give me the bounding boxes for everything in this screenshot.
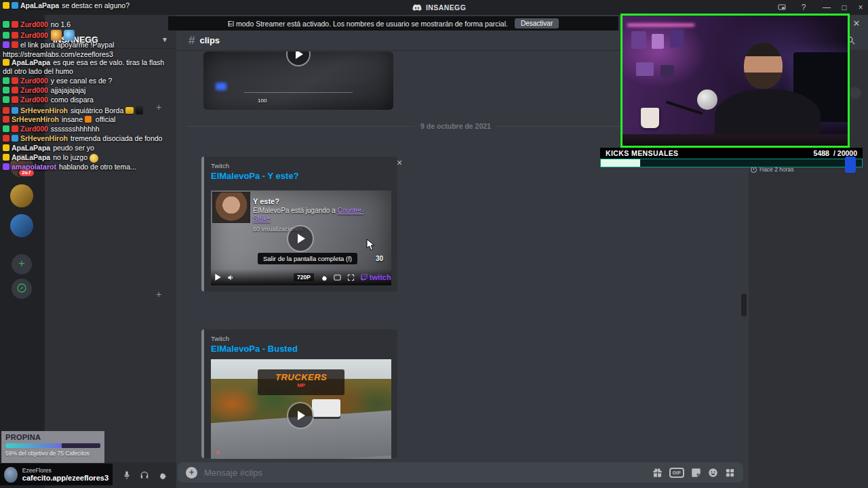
streamer-face [744,43,782,88]
game-logo: TRUCKERS MP [258,369,344,395]
play-button[interactable] [287,225,314,252]
embed-provider: Twitch [211,335,397,342]
clip-subtitle: ElMalevoPa está jugando a Counter-Strike [253,207,365,223]
streamer-mode-banner: El modo Streamer está activado. Los nomb… [168,16,618,30]
kicks-goal-label: KICKS MENSUALES [606,149,679,157]
volume-icon[interactable] [227,274,235,281]
window-title: INSANEGG [426,3,466,12]
deactivate-streamer-mode-button[interactable]: Desactivar [515,18,559,28]
play-button[interactable] [287,402,314,429]
kicks-goal-header: KICKS MENSUALES 5488 / 20000 [600,148,863,159]
kicks-goal-progressbar [600,159,863,167]
avatar [4,467,18,483]
gif-picker-icon[interactable]: GIF [669,468,685,478]
add-channel-button[interactable]: + [156,289,161,300]
gift-icon[interactable] [652,468,663,478]
clip-thumbnail[interactable]: TRUCKERS MP ✕ [211,359,391,459]
play-button[interactable] [286,52,311,66]
thumbnail-close-icon[interactable]: ✕ [215,449,220,456]
shelf-figure [670,30,684,47]
titlebar: INSANEGG ? — □ × [0,0,868,15]
video-detail [216,83,226,90]
led-strip [627,24,695,26]
shelf-figure [660,65,674,77]
add-server-button[interactable]: + [12,254,32,274]
play-icon[interactable] [215,274,221,281]
date-divider-label: 9 de octubre de 2021 [415,122,496,130]
mug [641,108,659,128]
quality-selector[interactable]: 720P [294,273,314,281]
mouse-cursor [366,239,376,251]
minimize-button[interactable]: — [818,0,835,15]
apps-icon[interactable] [725,468,735,478]
cafecito-url: cafecito.app/ezeeflores3 [22,474,108,482]
embed-provider: Twitch [211,162,397,169]
clip-thumbnail [212,192,250,223]
embed-title[interactable]: ElMalevoPa - Y este? [211,171,397,181]
explore-servers-button[interactable] [12,279,32,299]
tip-goal-progressbar [5,443,100,448]
server-icon[interactable] [10,184,33,207]
headphones-icon[interactable] [140,470,149,480]
kicks-goal-value: 5488 [814,149,829,157]
server-icon[interactable] [10,95,33,118]
twitch-embed: Twitch ElMalevoPa - Busted TRUCKERS MP ✕ [201,329,397,458]
discord-app-window: INSANEGG ? — □ × El modo Streamer está a… [0,0,868,488]
twitch-player[interactable]: Y este? ElMalevoPa está jugando a Counte… [211,190,391,285]
shelf-figure [636,62,654,76]
fullscreen-icon[interactable] [347,274,355,281]
user-settings-gear-icon[interactable] [157,470,167,480]
embed-title[interactable]: ElMalevoPa - Busted [211,344,397,354]
webcam-overlay [620,14,850,148]
message-input[interactable]: Mensaje #clips [204,468,646,478]
theater-mode-icon[interactable] [334,274,341,281]
cafecito-banner: EzeeFlores cafecito.app/ezeeflores3 [0,464,113,485]
video-detail [244,92,353,93]
popout-icon[interactable] [773,0,791,15]
maximize-button[interactable]: □ [835,0,853,15]
remove-embed-icon[interactable]: × [397,157,402,168]
server-icon[interactable] [10,214,33,237]
partial-video-embed[interactable]: 100 [203,52,393,110]
channel-title: clips [199,35,220,45]
thumbnail-truck [312,399,340,417]
sticker-icon[interactable] [691,468,701,478]
video-hud-text: 100 [258,98,267,104]
server-icon[interactable] [10,125,33,148]
tip-goal-fill [5,443,62,448]
emoji-picker-icon[interactable] [708,468,718,478]
player-settings-gear-icon[interactable] [320,274,328,281]
username: EzeeFlores [22,467,108,474]
attach-file-button[interactable]: + [186,467,197,479]
player-controls: 720P twitch [211,269,391,285]
discord-logo-icon [412,4,422,12]
shelf-figure [652,34,664,49]
fullscreen-tooltip: Salir de la pantalla completa (f) [258,253,357,264]
close-icon[interactable]: ✕ [850,18,863,30]
titlebar-center: INSANEGG [412,0,466,15]
unread-count-badge: 267 [18,168,35,178]
play-icon [296,52,303,59]
overlay-accent-box [845,157,856,173]
message-input-bar: + Mensaje #clips GIF [178,462,743,483]
server-icon[interactable] [10,35,33,58]
floating-reaction-button[interactable] [849,87,861,99]
chat-scrollbar[interactable] [741,293,747,317]
server-icon[interactable] [10,65,33,88]
desk [623,134,848,146]
twitch-glitch-icon [361,274,368,281]
clip-time-badge: 30 [376,255,383,262]
shelf-figure [631,31,646,49]
clip-title: Y este? [253,197,279,205]
microphone-icon[interactable] [122,470,132,480]
play-icon [298,234,305,243]
help-icon[interactable]: ? [795,0,812,15]
server-name: INSANEGG [53,35,161,45]
twitch-brand[interactable]: twitch [361,273,391,281]
tip-goal-caption: 59% del objetivo de 75 Cafecitos [5,450,100,457]
add-channel-button[interactable]: + [156,102,161,113]
chevron-down-icon: ▼ [161,36,168,43]
channel-sidebar [45,15,176,488]
server-header[interactable]: INSANEGG ▼ [45,31,176,49]
close-button[interactable]: × [852,0,868,15]
